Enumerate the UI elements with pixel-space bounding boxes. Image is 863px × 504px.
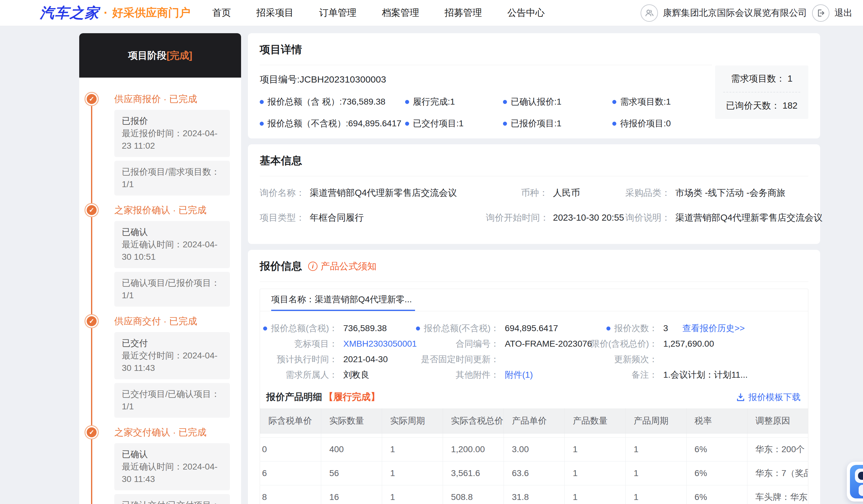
project-stat-item: 报价总额（不含税）:694,895.6417: [260, 118, 405, 129]
stage-check-icon: ✓: [85, 314, 99, 328]
bullet-dot-icon: [260, 122, 264, 126]
sidebar-title: 项目阶段[完成]: [79, 33, 241, 78]
stage-check-icon: ✓: [85, 203, 99, 217]
field-label: 需求所属人：: [260, 369, 338, 381]
template-download-link[interactable]: 报价模板下载: [736, 391, 801, 403]
project-stat-text: 履行完成:1: [413, 96, 455, 108]
quote-field: 其他附件： 附件(1): [422, 367, 602, 383]
field-label: 询价名称：: [260, 188, 305, 198]
stage-title: 之家报价确认 · 已完成: [114, 203, 230, 217]
field-label: 报价总额(含税)：: [260, 322, 338, 334]
field-label: 合同编号：: [422, 338, 499, 350]
bullet-dot-icon: [405, 100, 409, 104]
basic-info-title: 基本信息: [260, 144, 808, 168]
project-stat-item: 已确认报价:1: [503, 96, 612, 108]
field-label: 是否固定时间更新：: [422, 353, 499, 365]
field-value[interactable]: 刘敉良: [343, 369, 370, 381]
cell-tax-rate: 6%: [686, 461, 747, 485]
demand-count-row: 需求项目数： 1: [723, 65, 800, 92]
company-name[interactable]: 康辉集团北京国际会议展览有限公司: [663, 7, 807, 19]
quote-products-table: 际含税单价 实际数量 实际周期 实际含税总价 产品单价 产品数量 产品周期: [260, 409, 808, 504]
bullet-dot-icon: [405, 122, 409, 126]
field-value[interactable]: ATO-FRAME-2023076: [505, 339, 592, 349]
nav-item[interactable]: 招募管理: [445, 7, 482, 19]
field-label-text: 报价次数：: [614, 322, 658, 334]
logout-icon[interactable]: [812, 4, 829, 22]
user-account-icon[interactable]: [640, 4, 658, 22]
cell-actual-qty: 56: [321, 461, 382, 485]
field-label-text: 是否固定时间更新：: [421, 353, 499, 365]
project-stat-text: 待报价项目:0: [620, 118, 671, 129]
logo[interactable]: 汽车之家 · 好采供应商门户: [40, 3, 190, 23]
quote-field: 需求所属人： 刘敉良: [260, 367, 422, 383]
basic-info-field: 询价名称：渠道营销部Q4代理新零售店交流会议: [260, 187, 486, 199]
table-header-cell: 际含税单价: [260, 409, 321, 433]
stage-title: 之家交付确认 · 已完成: [114, 425, 230, 439]
stage-status-box: 已交付 最近交付时间：2024-04-30 11:43: [114, 332, 230, 379]
bullet-dot-icon: [416, 326, 420, 331]
project-stat-item: 待报价项目:0: [612, 118, 713, 129]
table-header-row: 际含税单价 实际数量 实际周期 实际含税总价 产品单价 产品数量 产品周期: [260, 409, 808, 433]
field-label-text: 更新频次：: [614, 353, 658, 365]
project-stat-item: 已交付项目:1: [405, 118, 503, 129]
field-label-text: 备注：: [631, 369, 658, 381]
tab-project-name[interactable]: 项目名称：渠道营销部Q4代理新零...: [271, 289, 415, 311]
table-header-cell: 税率: [686, 409, 747, 433]
logout-button[interactable]: 退出: [835, 7, 852, 19]
stage-status-line2: 最近报价时间：2024-04-23 11:02: [122, 127, 223, 152]
nav-item[interactable]: 档案管理: [382, 7, 419, 19]
product-detail-heading-row: 报价产品明细【履行完成】 报价模板下载: [260, 387, 808, 409]
field-label: 项目类型：: [260, 212, 305, 222]
bullet-dot-icon: [612, 122, 616, 126]
inquiry-days-row: 已询价天数： 182: [723, 92, 800, 119]
quote-field: 竞标项目： XMBH2303050001: [260, 336, 422, 352]
bullet-dot-icon: [260, 100, 264, 104]
product-detail-heading: 报价产品明细【履行完成】: [266, 391, 380, 403]
nav-item[interactable]: 首页: [212, 7, 231, 19]
field-value[interactable]: 694,895.6417: [505, 323, 558, 333]
cell-product-period: 1: [625, 485, 686, 504]
field-value[interactable]: 1,257,690.00: [663, 339, 714, 349]
nav-item[interactable]: 公告中心: [507, 7, 545, 19]
quote-field: 报价总额(不含税)： 694,895.6417: [422, 321, 602, 336]
field-value[interactable]: 附件(1): [505, 369, 533, 381]
table-header-cell: 实际含税总价: [443, 409, 503, 433]
table-header-cell: 产品单价: [503, 409, 564, 433]
field-label: 报价次数：: [602, 322, 658, 334]
logo-autohome: 汽车之家: [40, 3, 99, 23]
quote-info-title: 报价信息: [260, 259, 302, 273]
stage-count-box: 已报价项目/需求项目数：1/1: [114, 161, 230, 195]
basic-info-field: 询价说明：渠道营销部Q4代理新零售店交流会议: [614, 212, 823, 224]
bullet-dot-icon: [503, 100, 507, 104]
field-value: 2023-10-30 20:55: [553, 212, 624, 222]
field-label-text: 报价总额(不含税)：: [424, 322, 499, 334]
nav-item[interactable]: 招采项目: [256, 7, 293, 19]
assistant-robot-button[interactable]: [847, 462, 863, 502]
project-stat-text: 已报价项目:1: [511, 118, 561, 129]
field-label-text: 其他附件：: [456, 369, 499, 381]
summary-stats-box: 需求项目数： 1 已询价天数： 182: [715, 65, 808, 119]
bullet-dot-icon: [503, 122, 507, 126]
field-value[interactable]: 1.会议计划：计划11...: [663, 369, 748, 381]
field-label: 更新频次：: [602, 353, 658, 365]
cell-actual-unit-price: 0: [260, 437, 321, 461]
basic-info-field: 询价开始时间：2023-10-30 20:55: [486, 212, 614, 224]
field-value[interactable]: 3: [663, 323, 668, 333]
logo-portal-name: 好采供应商门户: [112, 5, 190, 21]
main-nav: 首页 招采项目 订单管理 档案管理 招募管理 公告中心: [190, 7, 545, 19]
stage-timeline: ✓ 供应商报价 · 已完成 已报价 最近报价时间：2024-04-23 11:0…: [79, 78, 241, 504]
cell-actual-qty: 400: [321, 437, 382, 461]
table-header-cell: 产品数量: [564, 409, 625, 433]
field-label-text: 报价总额(含税)：: [271, 322, 338, 334]
product-formula-notice[interactable]: i 产品公式须知: [308, 260, 376, 273]
quote-history-link[interactable]: 查看报价历史>>: [683, 322, 745, 334]
field-value[interactable]: 736,589.38: [343, 323, 387, 333]
cell-actual-period: 1: [382, 485, 443, 504]
header-account-area: 康辉集团北京国际会议展览有限公司 退出: [640, 4, 852, 22]
field-value[interactable]: XMBH2303050001: [343, 339, 417, 349]
cell-actual-qty: 16: [321, 485, 382, 504]
project-stat-item: 履行完成:1: [405, 96, 503, 108]
table-header-cell: 实际数量: [321, 409, 382, 433]
field-value[interactable]: 2021-04-30: [343, 354, 388, 364]
nav-item[interactable]: 订单管理: [319, 7, 356, 19]
